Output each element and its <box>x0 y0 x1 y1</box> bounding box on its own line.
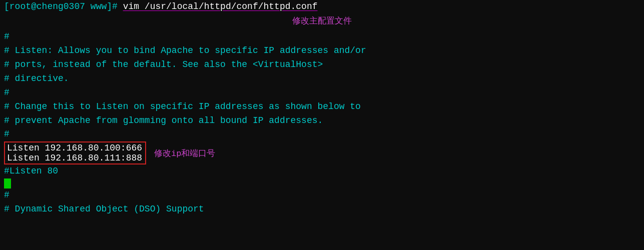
comment-ports-line: # ports, instead of the default. See als… <box>0 58 644 72</box>
comment-directive-line: # directive. <box>0 72 644 86</box>
command-line: [root@cheng0307 www]# vim /usr/local/htt… <box>0 0 644 14</box>
hash-listen-text: #Listen 80 <box>4 164 58 178</box>
comment-hash-1: # <box>0 30 644 44</box>
comment-text-3: # <box>4 128 10 142</box>
annotation-top: 修改主配置文件 <box>292 14 352 30</box>
comment-text-2: # <box>4 86 10 100</box>
listen-line-1: Listen 192.168.80.100:666 <box>7 143 142 153</box>
annotation-top-line: 修改主配置文件 <box>0 14 644 30</box>
comment-text-listen: # Listen: Allows you to bind Apache to s… <box>4 44 366 58</box>
cursor-block <box>4 178 11 188</box>
comment-change-line: # Change this to Listen on specific IP a… <box>0 100 644 114</box>
cursor-line <box>0 178 644 188</box>
hash-listen-line: #Listen 80 <box>0 164 644 178</box>
command-space <box>118 0 123 14</box>
listen-section: Listen 192.168.80.100:666 Listen 192.168… <box>0 142 644 164</box>
bottom-hash-text: # <box>4 188 10 202</box>
comment-text-prevent: # prevent Apache from glomming onto all … <box>4 114 323 128</box>
comment-hash-2: # <box>0 86 644 100</box>
comment-listen-line: # Listen: Allows you to bind Apache to s… <box>0 44 644 58</box>
terminal-window: [root@cheng0307 www]# vim /usr/local/htt… <box>0 0 644 250</box>
comment-text-1: # <box>4 30 10 44</box>
comment-text-ports: # ports, instead of the default. See als… <box>4 58 323 72</box>
listen-line-2: Listen 192.168.80.111:888 <box>7 153 142 163</box>
command-text: vim /usr/local/httpd/conf/httpd.conf <box>123 0 318 14</box>
dso-line: # Dynamic Shared Object (DSO) Support <box>0 202 644 216</box>
comment-text-directive: # directive. <box>4 72 69 86</box>
comment-hash-3: # <box>0 128 644 142</box>
bottom-hash-line: # <box>0 188 644 202</box>
annotation-ip: 修改ip和端口号 <box>154 148 215 159</box>
comment-text-change: # Change this to Listen on specific IP a… <box>4 100 361 114</box>
dso-text: # Dynamic Shared Object (DSO) Support <box>4 202 204 216</box>
listen-box: Listen 192.168.80.100:666 Listen 192.168… <box>4 142 146 164</box>
comment-prevent-line: # prevent Apache from glomming onto all … <box>0 114 644 128</box>
prompt: [root@cheng0307 www]# <box>4 0 118 14</box>
